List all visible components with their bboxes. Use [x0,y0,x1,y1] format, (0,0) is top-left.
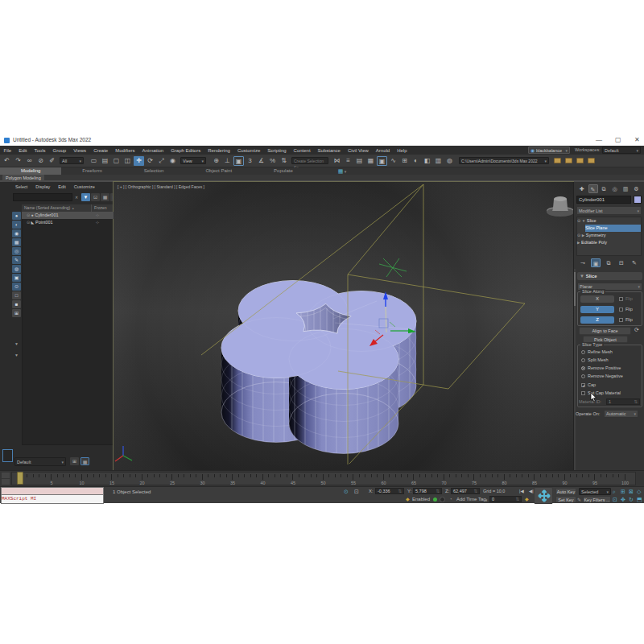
rendered-frame-icon[interactable]: ▥ [433,156,444,166]
prev-frame-icon[interactable]: ◀| [529,488,534,495]
flip-z-checkbox[interactable] [619,318,623,322]
slice-along-z-button[interactable]: Z [580,316,614,324]
undo-icon[interactable]: ↶ [2,156,12,166]
select-and-place-icon[interactable]: ◉ [167,156,178,166]
menu-edit[interactable]: Edit [15,148,31,153]
display-tab-icon[interactable]: ▥ [621,184,630,193]
maxscript-listener-pane[interactable]: MAXScript MI [1,495,104,504]
viewport-layout-tab[interactable] [2,449,13,462]
rectangular-selection-icon[interactable]: ▢ [111,156,122,166]
render-icon[interactable]: ◍ [444,156,455,166]
ribbon-tab-freeform[interactable]: Freeform [61,167,122,175]
curve-editor-icon[interactable]: ∿ [388,156,398,166]
align-to-face-button[interactable]: Align to Face [579,327,631,335]
make-unique-icon[interactable]: ⧉ [604,258,613,267]
frame-number-field[interactable]: 0⇅ [489,496,522,502]
material-editor-icon[interactable]: ◐ [411,156,421,166]
import-folder-icon[interactable] [554,158,561,163]
toggle-layer-explorer-icon[interactable]: ▦ [365,156,376,166]
z-coord-field[interactable]: 62,497⇅ [451,488,480,494]
select-and-scale-icon[interactable]: ⤢ [156,156,167,166]
zoom-all-icon[interactable]: ⊞ [621,488,625,495]
add-time-tag[interactable]: Add Time Tag [456,497,486,502]
named-selection-set-field[interactable]: Create Selection Se [291,157,328,164]
explorer-menu-display[interactable]: Display [35,184,50,192]
menu-content[interactable]: Content [290,148,314,153]
modifier-stack-item-slice-plane[interactable]: Slice Plane [585,225,641,232]
lock-icon[interactable]: ⊡ [91,193,100,201]
explorer-menu-edit[interactable]: Edit [58,184,65,192]
menu-rendering[interactable]: Rendering [204,148,234,153]
material-id-spinner[interactable]: 1⇅ [606,398,640,405]
modifier-stack-item-slice[interactable]: ⊙ ▼ Slice [577,217,641,225]
bind-to-space-warp-icon[interactable]: ✐ [47,156,57,166]
explorer-row-point001[interactable]: ⊙ ◣ Point001⊹ [22,219,114,226]
menu-substance[interactable]: Substance [314,148,344,153]
timeline-mini-button2[interactable] [2,479,10,485]
slice-type-radio-remove-positive[interactable] [581,366,585,370]
maximize-button[interactable]: ▢ [615,136,621,143]
explorer-pin-icon[interactable]: ⊞ [70,457,79,465]
zoom-region-icon[interactable]: ⊡ [613,496,617,503]
window-crossing-icon[interactable]: ◫ [122,156,133,166]
flip-x-checkbox[interactable] [619,297,623,301]
select-and-rotate-icon[interactable]: ⟳ [145,156,155,166]
cap-checkbox-1[interactable] [581,391,585,395]
timeline-mini-button1[interactable] [2,473,10,478]
explorer-filter-icon-5[interactable]: ✎ [12,256,21,264]
menu-group[interactable]: Group [49,148,70,153]
y-coord-field[interactable]: 5,798⇅ [413,488,442,494]
explorer-filter-icon-9[interactable]: □ [12,291,21,299]
explorer-filter-icon-2[interactable]: ◉ [12,229,21,237]
menu-file[interactable]: File [0,148,15,153]
explorer-filter-icon-8[interactable]: ⊙ [12,283,21,291]
slice-along-y-button[interactable]: Y [580,306,614,313]
menu-tools[interactable]: Tools [31,148,49,153]
pan-icon[interactable]: ✥ [621,496,625,503]
menu-arnold[interactable]: Arnold [372,148,393,153]
snap-3d-icon[interactable]: 3 [245,156,255,166]
reset-plane-icon[interactable]: ⟳ [634,327,642,335]
snap-toggle-icon[interactable]: ▣ [233,156,244,166]
explorer-funnel-icon-0[interactable]: ▼ [12,340,21,348]
slice-type-radio-split-mesh[interactable] [581,358,585,362]
slice-type-radio-remove-negative[interactable] [581,374,585,378]
fov-icon[interactable]: ◇ [637,488,641,495]
angle-snap-icon[interactable]: ∡ [256,156,266,166]
flip-y-checkbox[interactable] [619,308,623,312]
ribbon-tab-modeling[interactable]: Modeling [0,167,61,175]
configure-modifier-sets-icon[interactable]: ✎ [630,258,639,267]
macro-recorder-pane[interactable] [1,487,104,495]
minimize-button[interactable]: — [596,136,602,143]
scene-explorer-columns[interactable]: Name (Sorted Ascending) ▲ Frozen [22,204,114,212]
unlink-selection-icon[interactable]: ⊘ [35,156,46,166]
orbit-icon[interactable]: ↻ [629,496,634,503]
create-key-icon[interactable]: ◆ [525,496,529,503]
close-button[interactable]: ✕ [634,136,640,143]
selection-lock-icon[interactable]: ⊡ [354,488,359,495]
remove-modifier-icon[interactable]: ⊟ [617,258,626,267]
ribbon-config-icon[interactable]: ▦ ▾ [338,168,347,175]
time-slider-handle[interactable] [17,472,23,485]
modify-tab-icon[interactable]: ✎ [588,184,598,193]
explorer-filter-icon-0[interactable]: ● [12,212,21,220]
menu-graph-editors[interactable]: Graph Editors [167,148,204,153]
menu-civil-view[interactable]: Civil View [344,148,372,153]
clear-search-icon[interactable]: ✕ [75,195,78,200]
utilities-tab-icon[interactable]: ⚙ [632,184,642,193]
isolate-selection-icon[interactable]: ⊙ [344,488,349,495]
select-object-icon[interactable]: ▭ [89,156,99,166]
menu-animation[interactable]: Animation [138,148,167,153]
menu-help[interactable]: Help [394,148,411,153]
sym-icon[interactable]: ⊥ [222,156,233,166]
modifier-stack-item-symmetry[interactable]: ⊙ ▶ Symmetry [577,232,641,239]
ribbon-tab-object-paint[interactable]: Object Paint [184,167,253,175]
select-and-link-icon[interactable]: ∞ [24,156,35,166]
scene-explorer-search-input[interactable] [13,193,72,201]
slice-type-radio-refine-mesh[interactable] [581,350,585,354]
show-end-result-icon[interactable]: ▣ [591,258,601,267]
set-key-button[interactable]: Set Key [555,496,576,503]
open-folder-icon[interactable] [576,158,584,163]
operate-on-dropdown[interactable]: Automatic▾ [604,410,638,418]
menu-modifiers[interactable]: Modifiers [112,148,138,153]
